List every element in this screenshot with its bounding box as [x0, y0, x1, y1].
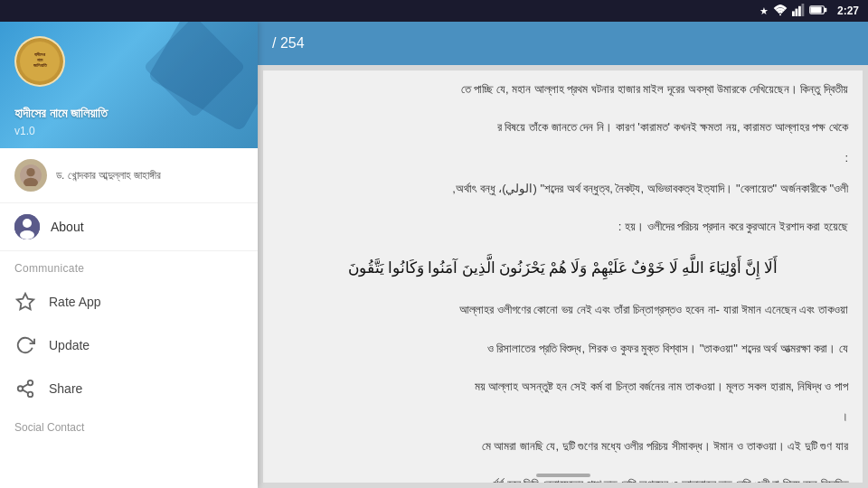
sidebar-author[interactable]: ড. খোন্দকার আব্দুল্লাহ জাহাঙ্গীর — [0, 148, 258, 203]
svg-point-0 — [779, 14, 781, 15]
wifi-icon — [773, 4, 788, 18]
content-body[interactable]: তে পাচ্ছি যে, মহান আল্লাহ প্রথম ঘটনার হা… — [258, 65, 868, 488]
sidebar-item-rate-app[interactable]: Rate App — [0, 280, 258, 324]
sidebar-item-update[interactable]: Update — [0, 324, 258, 367]
svg-point-16 — [23, 219, 32, 228]
status-time: 2:27 — [837, 5, 859, 17]
app-logo: হাদীসের নামে জালিয়াতি — [14, 36, 65, 87]
share-label: Share — [49, 381, 82, 396]
signal-icon — [792, 4, 805, 18]
status-icons: ★ 2:27 — [760, 4, 859, 18]
author-avatar — [14, 159, 47, 192]
update-label: Update — [49, 338, 90, 352]
svg-rect-3 — [798, 6, 801, 16]
author-name: ড. খোন্দকার আব্দুল্লাহ জাহাঙ্গীর — [56, 169, 161, 182]
svg-point-19 — [28, 380, 33, 386]
svg-point-17 — [20, 230, 34, 239]
svg-rect-4 — [801, 4, 804, 16]
content-text-block-7: ও রিসালাতের প্রতি বিশুদ্ধ, শিরক ও কুফর ম… — [263, 330, 863, 368]
star-icon: ★ — [760, 5, 769, 17]
content-text-block-2: র বিষয়ে তাঁকে জানতে দেন নি। কারণ 'কারাম… — [263, 108, 863, 146]
content-text-block-6: আল্লাহর ওলীগণের কোনো ভয় নেই এবং তাঁরা চ… — [263, 291, 863, 329]
scroll-indicator — [536, 474, 590, 477]
svg-rect-6 — [810, 6, 821, 13]
about-label: About — [51, 220, 84, 234]
content-text-block-4: শব্দের অর্থ বন্ধুত্ব, নৈকট্য, অভিভাবকত্ব… — [263, 170, 863, 208]
rate-app-label: Rate App — [49, 295, 101, 309]
svg-rect-1 — [792, 11, 795, 16]
share-icon — [14, 378, 36, 399]
page-total: 254 — [280, 35, 305, 51]
communicate-label: Communicate — [0, 251, 258, 280]
app-version: v1.0 — [14, 125, 243, 137]
content-text-block-9: । — [263, 406, 863, 427]
svg-point-21 — [28, 392, 33, 398]
content-text-block-1: তে পাচ্ছি যে, মহান আল্লাহ প্রথম ঘটনার হা… — [263, 70, 863, 108]
sidebar-about-item[interactable]: About — [0, 203, 258, 251]
svg-line-23 — [23, 384, 28, 388]
svg-rect-7 — [824, 8, 826, 12]
content-text-block-10: মে আমরা জানছি যে, দুটি গুণের মধ্যে ওলীর … — [263, 427, 863, 465]
sidebar: হাদীসের নামে জালিয়াতি হাদীসের নামে জালি… — [0, 22, 258, 488]
content-text-block-5: হয়। ওলীদের পরিচয় প্রদান করে কুরআনে ইরশ… — [263, 208, 863, 246]
account-circle-icon — [14, 214, 40, 239]
sidebar-header: হাদীসের নামে জালিয়াতি হাদীসের নামে জালি… — [0, 22, 258, 148]
svg-text:জালিয়াতি: জালিয়াতি — [33, 62, 48, 68]
battery-icon — [809, 5, 827, 17]
status-bar: ★ 2:27 — [0, 0, 868, 22]
svg-marker-18 — [17, 294, 33, 309]
svg-line-22 — [23, 389, 28, 393]
page-indicator: / 254 — [272, 35, 305, 52]
social-contact-label: Social Contact — [0, 410, 258, 439]
svg-point-13 — [26, 168, 34, 176]
content-toolbar: / 254 — [258, 22, 868, 65]
content-text-block-3: : — [263, 146, 863, 170]
app-title: হাদীসের নামে জালিয়াতি — [14, 106, 243, 121]
svg-point-20 — [18, 386, 24, 391]
sidebar-item-share[interactable]: Share — [0, 367, 258, 410]
refresh-icon — [14, 334, 36, 356]
page-separator: / — [272, 35, 280, 51]
content-page: তে পাচ্ছি যে, মহান আল্লাহ প্রথম ঘটনার হা… — [263, 70, 863, 483]
main-layout: হাদীসের নামে জালিয়াতি হাদীসের নামে জালি… — [0, 22, 868, 488]
star-icon — [14, 291, 36, 313]
content-text-block-8: ময় আল্লাহ অসন্তুষ্ট হন সেই কর্ম বা চিন্… — [263, 368, 863, 406]
svg-rect-2 — [795, 9, 797, 16]
arabic-verse: أَلَا إِنَّ أَوْلِيَاءَ اللَّهِ لَا خَوْ… — [263, 246, 863, 291]
content-area: / 254 তে পাচ্ছি যে, মহান আল্লাহ প্রথম ঘট… — [258, 22, 868, 488]
app-logo-inner: হাদীসের নামে জালিয়াতি — [16, 38, 63, 85]
